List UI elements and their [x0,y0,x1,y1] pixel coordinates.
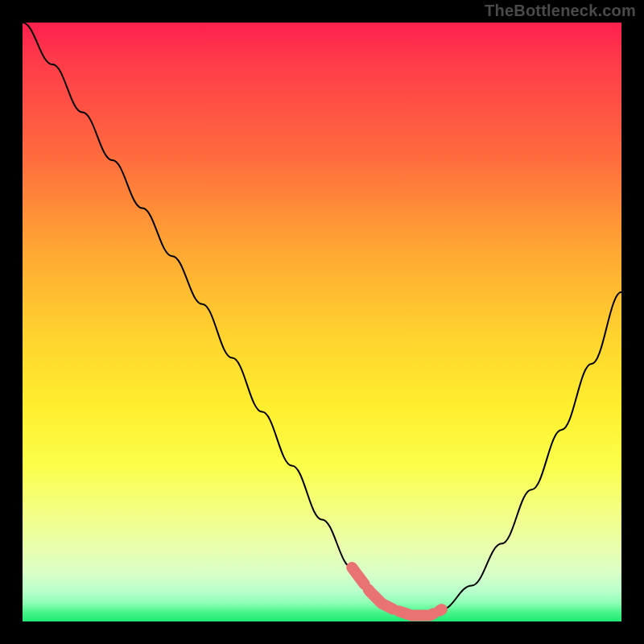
optimal-range-highlight [352,568,442,616]
chart-frame: TheBottleneck.com [0,0,644,644]
plot-area [23,23,621,621]
bottleneck-curve [23,23,621,616]
watermark-text: TheBottleneck.com [485,2,636,20]
curve-svg [23,23,621,621]
